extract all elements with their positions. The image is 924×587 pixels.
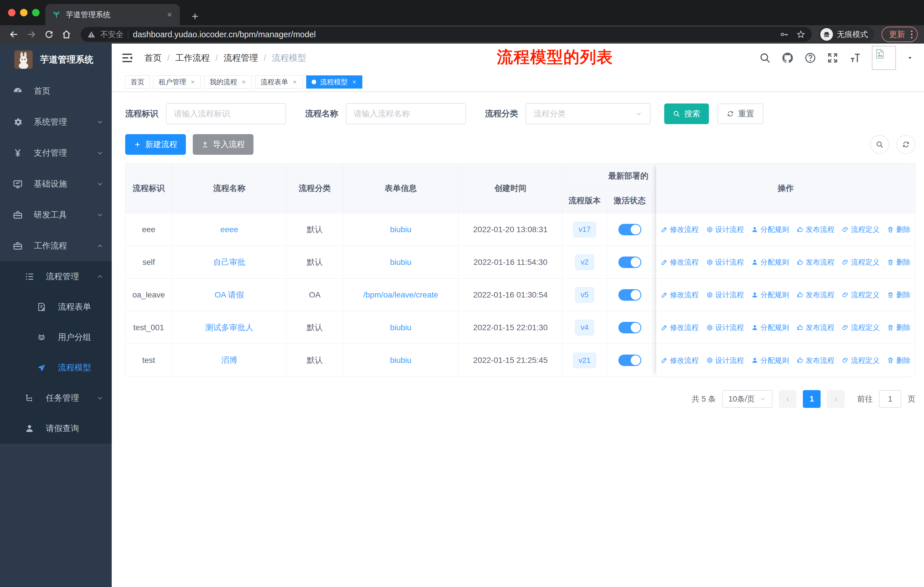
sidebar-item-system[interactable]: 系统管理 bbox=[0, 107, 112, 137]
caret-down-icon[interactable] bbox=[906, 54, 914, 62]
browser-update-button[interactable]: 更新 bbox=[882, 26, 918, 42]
font-size-icon[interactable] bbox=[849, 51, 861, 64]
assign-rule-action[interactable]: 分配规则 bbox=[751, 225, 789, 234]
sidebar-item-process-management[interactable]: 流程管理 bbox=[0, 261, 112, 292]
browser-menu-icon[interactable] bbox=[911, 30, 912, 38]
process-name-link[interactable]: 测试多审批人 bbox=[205, 322, 254, 333]
active-toggle[interactable] bbox=[619, 256, 641, 268]
version-badge[interactable]: v2 bbox=[575, 255, 594, 270]
process-name-link[interactable]: 自己审批 bbox=[213, 257, 246, 268]
sidebar-item-leave-query[interactable]: 请假查询 bbox=[0, 413, 112, 444]
category-select[interactable]: 流程分类 bbox=[526, 103, 650, 124]
address-bar[interactable]: 不安全 dashboard.yudao.iocoder.cn/bpm/manag… bbox=[81, 27, 812, 42]
modify-process-action[interactable]: 修改流程 bbox=[661, 323, 699, 332]
process-key-input[interactable] bbox=[166, 103, 286, 124]
tag-process-form[interactable]: 流程表单 bbox=[255, 75, 303, 89]
close-window-button[interactable] bbox=[8, 9, 15, 17]
page-1-button[interactable]: 1 bbox=[803, 390, 821, 408]
form-info-link[interactable]: biubiu bbox=[390, 225, 412, 234]
version-badge[interactable]: v4 bbox=[575, 320, 594, 336]
github-icon[interactable] bbox=[781, 51, 794, 64]
version-badge[interactable]: v17 bbox=[573, 222, 596, 237]
form-info-link[interactable]: biubiu bbox=[390, 258, 412, 267]
tag-close-icon[interactable] bbox=[352, 79, 357, 84]
assign-rule-action[interactable]: 分配规则 bbox=[751, 323, 789, 332]
form-info-link[interactable]: biubiu bbox=[390, 323, 412, 332]
forward-button[interactable] bbox=[24, 29, 39, 40]
process-name-link[interactable]: OA 请假 bbox=[214, 289, 244, 300]
tag-close-icon[interactable] bbox=[241, 79, 246, 84]
version-badge[interactable]: v5 bbox=[575, 287, 594, 303]
process-definition-action[interactable]: 流程定义 bbox=[842, 225, 879, 234]
publish-process-action[interactable]: 发布流程 bbox=[797, 225, 834, 234]
breadcrumb-workflow[interactable]: 工作流程 bbox=[175, 52, 210, 64]
sidebar-item-process-model[interactable]: 流程模型 bbox=[0, 352, 112, 383]
sidebar-fold-icon[interactable] bbox=[121, 51, 134, 64]
next-page-button[interactable]: › bbox=[827, 390, 845, 408]
tag-tenant[interactable]: 租户管理 bbox=[153, 75, 201, 89]
design-process-action[interactable]: 设计流程 bbox=[706, 257, 744, 267]
tag-close-icon[interactable] bbox=[292, 79, 297, 84]
assign-rule-action[interactable]: 分配规则 bbox=[751, 257, 789, 267]
avatar[interactable] bbox=[872, 46, 896, 70]
bookmark-star-icon[interactable] bbox=[796, 30, 805, 39]
design-process-action[interactable]: 设计流程 bbox=[706, 290, 744, 299]
minimize-window-button[interactable] bbox=[20, 9, 28, 17]
show-search-button[interactable] bbox=[870, 135, 889, 154]
version-badge[interactable]: v21 bbox=[573, 352, 596, 368]
sidebar-item-workflow[interactable]: 工作流程 bbox=[0, 230, 112, 261]
search-button[interactable]: 搜索 bbox=[664, 104, 709, 124]
reload-button[interactable] bbox=[42, 30, 56, 39]
tab-close-icon[interactable] bbox=[166, 11, 173, 18]
process-definition-action[interactable]: 流程定义 bbox=[842, 290, 879, 299]
delete-action[interactable]: 删除 bbox=[887, 225, 911, 234]
back-button[interactable] bbox=[6, 29, 21, 40]
sidebar-item-task-management[interactable]: 任务管理 bbox=[0, 383, 112, 413]
delete-action[interactable]: 删除 bbox=[887, 257, 911, 267]
search-icon[interactable] bbox=[759, 52, 771, 64]
tag-home[interactable]: 首页 bbox=[125, 75, 150, 89]
active-toggle[interactable] bbox=[619, 322, 641, 333]
design-process-action[interactable]: 设计流程 bbox=[706, 225, 744, 234]
refresh-table-button[interactable] bbox=[896, 135, 916, 154]
breadcrumb-home[interactable]: 首页 bbox=[144, 52, 162, 64]
active-toggle[interactable] bbox=[619, 289, 641, 301]
form-info-link[interactable]: /bpm/oa/leave/create bbox=[363, 290, 438, 299]
publish-process-action[interactable]: 发布流程 bbox=[797, 356, 834, 365]
zoom-window-button[interactable] bbox=[32, 9, 40, 17]
assign-rule-action[interactable]: 分配规则 bbox=[751, 290, 789, 299]
process-name-input[interactable] bbox=[346, 103, 466, 124]
tag-process-model[interactable]: 流程模型 bbox=[306, 75, 362, 89]
active-toggle[interactable] bbox=[619, 224, 641, 235]
design-process-action[interactable]: 设计流程 bbox=[706, 356, 744, 365]
sidebar-item-home[interactable]: 首页 bbox=[0, 76, 112, 107]
process-definition-action[interactable]: 流程定义 bbox=[842, 356, 879, 365]
page-size-select[interactable]: 10条/页 bbox=[722, 390, 772, 408]
publish-process-action[interactable]: 发布流程 bbox=[797, 290, 834, 299]
process-name-link[interactable]: 滔博 bbox=[221, 355, 238, 366]
tag-close-icon[interactable] bbox=[190, 79, 195, 84]
delete-action[interactable]: 删除 bbox=[887, 290, 911, 299]
help-icon[interactable] bbox=[804, 52, 816, 64]
modify-process-action[interactable]: 修改流程 bbox=[661, 225, 699, 234]
delete-action[interactable]: 删除 bbox=[887, 356, 911, 365]
tag-my-process[interactable]: 我的流程 bbox=[204, 75, 252, 89]
sidebar-item-process-form[interactable]: 流程表单 bbox=[0, 292, 112, 322]
active-toggle[interactable] bbox=[619, 355, 641, 366]
publish-process-action[interactable]: 发布流程 bbox=[797, 257, 834, 267]
sidebar-item-user-group[interactable]: 用户分组 bbox=[0, 322, 112, 352]
process-definition-action[interactable]: 流程定义 bbox=[842, 257, 879, 267]
prev-page-button[interactable]: ‹ bbox=[779, 390, 797, 408]
process-definition-action[interactable]: 流程定义 bbox=[842, 323, 879, 332]
form-info-link[interactable]: biubiu bbox=[390, 356, 412, 365]
browser-tab[interactable]: 芋道管理系统 bbox=[45, 4, 180, 25]
modify-process-action[interactable]: 修改流程 bbox=[661, 290, 699, 299]
home-button[interactable] bbox=[59, 29, 74, 40]
reset-button[interactable]: 重置 bbox=[718, 104, 763, 124]
publish-process-action[interactable]: 发布流程 bbox=[797, 323, 834, 332]
sidebar-item-payment[interactable]: 支付管理 bbox=[0, 137, 112, 169]
assign-rule-action[interactable]: 分配规则 bbox=[751, 356, 789, 365]
sidebar-item-devtools[interactable]: 研发工具 bbox=[0, 200, 112, 230]
process-name-link[interactable]: eeee bbox=[220, 225, 238, 234]
sidebar-item-infra[interactable]: 基础设施 bbox=[0, 169, 112, 200]
